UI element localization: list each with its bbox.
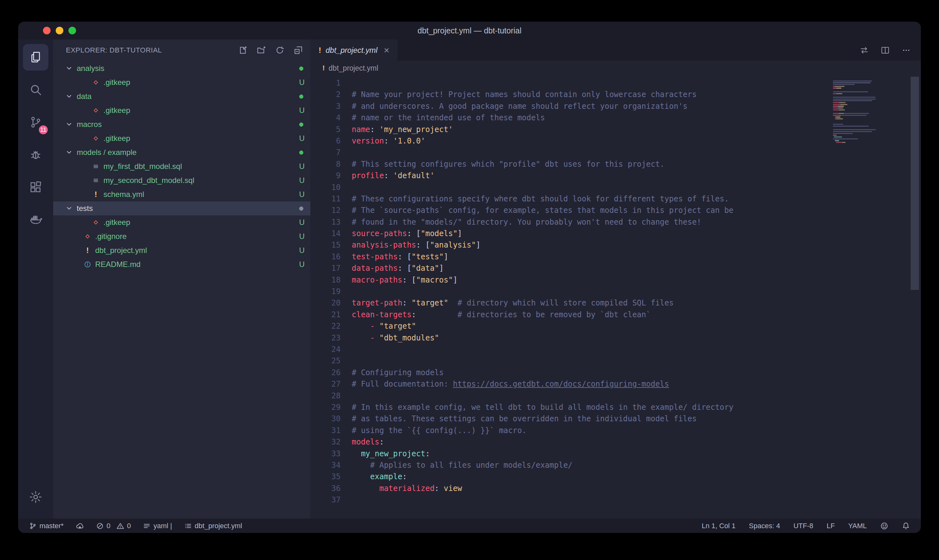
code-line-34[interactable]: 34 # Applies to all files under models/e… — [310, 460, 921, 471]
code-line-16[interactable]: 16test-paths: ["tests"] — [310, 251, 921, 263]
code-line-22[interactable]: 22 - "target" — [310, 320, 921, 332]
outline-icon — [184, 522, 192, 530]
code-line-30[interactable]: 30# as tables. These settings can be ove… — [310, 413, 921, 425]
tab-dbt-project-yml[interactable]: ! dbt_project.yml × — [310, 40, 397, 61]
tree-item-gitkeep[interactable]: .gitkeepU — [53, 215, 310, 229]
code-line-29[interactable]: 29# In this example config, we tell dbt … — [310, 402, 921, 413]
zoom-window-button[interactable] — [68, 27, 76, 34]
code-line-4[interactable]: 4# name or the intended use of these mod… — [310, 112, 921, 123]
code-line-36[interactable]: 36 materialized: view — [310, 483, 921, 494]
code-line-5[interactable]: 5name: 'my_new_project' — [310, 124, 921, 135]
more-actions-icon[interactable] — [901, 45, 911, 55]
code-line-15[interactable]: 15analysis-paths: ["analysis"] — [310, 239, 921, 251]
minimize-window-button[interactable] — [56, 27, 63, 34]
feedback-smiley-icon[interactable] — [880, 522, 888, 530]
source-control-activity-button[interactable]: 11 — [23, 109, 48, 135]
code-line-18[interactable]: 18macro-paths: ["macros"] — [310, 274, 921, 286]
settings-activity-button[interactable] — [23, 484, 48, 510]
tree-item-my-first-dbt-model-sql[interactable]: my_first_dbt_model.sqlU — [53, 159, 310, 174]
code-line-27[interactable]: 27# Full documentation: https://docs.get… — [310, 378, 921, 390]
breadcrumb[interactable]: ! dbt_project.yml — [310, 61, 921, 75]
code-line-19[interactable]: 19 — [310, 286, 921, 297]
code-line-17[interactable]: 17data-paths: ["data"] — [310, 263, 921, 274]
breadcrumb-filename[interactable]: dbt_project.yml — [328, 64, 378, 72]
code-line-10[interactable]: 10 — [310, 182, 921, 193]
code-line-23[interactable]: 23 - "dbt_modules" — [310, 332, 921, 344]
tree-item-macros[interactable]: macros — [53, 117, 310, 131]
chevron-down-icon — [64, 148, 74, 157]
code-text: # as tables. These settings can be overr… — [352, 413, 697, 425]
code-line-33[interactable]: 33 my_new_project: — [310, 448, 921, 460]
new-folder-icon[interactable] — [256, 45, 266, 55]
tree-item-tests[interactable]: tests — [53, 202, 310, 215]
eol-status[interactable]: LF — [827, 522, 835, 530]
problems-status[interactable]: 0 0 — [96, 522, 131, 530]
tree-item-gitkeep[interactable]: .gitkeepU — [53, 75, 310, 89]
tree-item-schema-yml[interactable]: !schema.ymlU — [53, 188, 310, 202]
code-line-3[interactable]: 3# and underscores. A good package name … — [310, 100, 921, 112]
cursor-position[interactable]: Ln 1, Col 1 — [702, 522, 735, 530]
code-line-7[interactable]: 7 — [310, 147, 921, 158]
yaml-language-status[interactable]: yaml | — [143, 522, 172, 530]
code-line-24[interactable]: 24 — [310, 344, 921, 355]
git-branch-status[interactable]: master* — [29, 522, 64, 530]
code-line-9[interactable]: 9profile: 'default' — [310, 170, 921, 182]
code-line-32[interactable]: 32models: — [310, 436, 921, 448]
code-line-2[interactable]: 2# Name your project! Project names shou… — [310, 89, 921, 100]
open-changes-icon[interactable] — [859, 45, 869, 55]
code-line-37[interactable]: 37 — [310, 494, 921, 506]
code-editor[interactable]: 12# Name your project! Project names sho… — [310, 75, 921, 518]
indentation-status[interactable]: Spaces: 4 — [749, 522, 780, 530]
tree-item-gitkeep[interactable]: .gitkeepU — [53, 131, 310, 145]
tree-item-label: schema.yml — [103, 190, 144, 199]
active-file-status[interactable]: dbt_project.yml — [184, 522, 242, 530]
tree-item-models-example[interactable]: models / example — [53, 145, 310, 159]
code-line-12[interactable]: 12# The `source-paths` config, for examp… — [310, 205, 921, 216]
code-line-14[interactable]: 14source-paths: ["models"] — [310, 228, 921, 239]
close-tab-icon[interactable]: × — [382, 46, 389, 55]
tree-item-data[interactable]: data — [53, 89, 310, 103]
code-line-6[interactable]: 6version: '1.0.0' — [310, 135, 921, 147]
minimap[interactable] — [833, 78, 906, 145]
close-window-button[interactable] — [43, 27, 51, 34]
editor-scrollbar[interactable] — [911, 77, 919, 290]
tree-item-my-second-dbt-model-sql[interactable]: my_second_dbt_model.sqlU — [53, 174, 310, 188]
code-line-21[interactable]: 21clean-targets: # directories to be rem… — [310, 309, 921, 320]
code-line-1[interactable]: 1 — [310, 77, 921, 89]
refresh-icon[interactable] — [275, 45, 285, 55]
folder-modified-dot — [299, 151, 303, 155]
search-activity-button[interactable] — [23, 76, 48, 103]
code-line-25[interactable]: 25 — [310, 355, 921, 366]
tree-item-readme-md[interactable]: README.mdU — [53, 257, 310, 271]
code-text: # Configuring models — [352, 367, 444, 378]
extensions-activity-button[interactable] — [23, 174, 48, 200]
encoding-status[interactable]: UTF-8 — [794, 522, 813, 530]
git-file-icon — [82, 233, 92, 240]
split-editor-icon[interactable] — [880, 45, 890, 55]
tree-item-analysis[interactable]: analysis — [53, 62, 310, 75]
tree-item-dbt-project-yml[interactable]: !dbt_project.ymlU — [53, 243, 310, 257]
folder-modified-dot — [299, 206, 303, 211]
tree-item-label: tests — [77, 204, 93, 213]
code-line-35[interactable]: 35 example: — [310, 471, 921, 482]
code-line-13[interactable]: 13# found in the "models/" directory. Yo… — [310, 216, 921, 228]
chevron-down-icon — [64, 92, 74, 100]
tree-item-gitkeep[interactable]: .gitkeepU — [53, 103, 310, 117]
collapse-all-icon[interactable] — [293, 45, 303, 55]
sql-file-icon — [91, 163, 101, 170]
publish-changes-status[interactable] — [76, 522, 84, 530]
code-line-31[interactable]: 31# using the `{{ config(...) }}` macro. — [310, 425, 921, 436]
language-mode[interactable]: YAML — [848, 522, 867, 530]
code-line-8[interactable]: 8# This setting configures which "profil… — [310, 158, 921, 170]
debug-activity-button[interactable] — [23, 141, 48, 168]
explorer-activity-button[interactable] — [23, 44, 48, 71]
code-line-20[interactable]: 20target-path: "target" # directory whic… — [310, 297, 921, 309]
code-line-28[interactable]: 28 — [310, 390, 921, 402]
tree-item-gitignore[interactable]: .gitignoreU — [53, 229, 310, 243]
docker-activity-button[interactable] — [23, 206, 48, 233]
new-file-icon[interactable] — [238, 45, 248, 55]
notifications-bell-icon[interactable] — [902, 522, 910, 530]
code-text: test-paths: ["tests"] — [352, 251, 448, 263]
code-line-26[interactable]: 26# Configuring models — [310, 367, 921, 378]
code-line-11[interactable]: 11# These configurations specify where d… — [310, 193, 921, 205]
